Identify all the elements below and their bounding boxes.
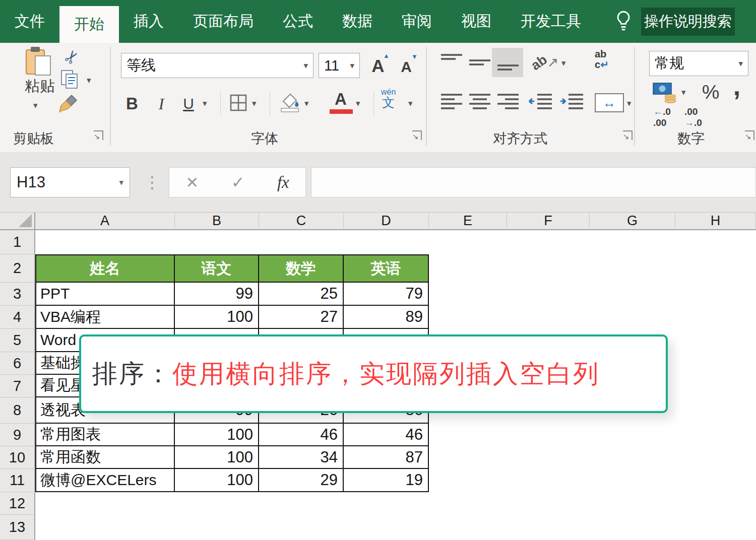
- middle-align-icon[interactable]: [468, 51, 492, 73]
- cell-H4[interactable]: [675, 306, 756, 329]
- cell-D11[interactable]: 19: [344, 469, 429, 492]
- cell-H10[interactable]: [675, 446, 756, 469]
- tab-formulas[interactable]: 公式: [268, 0, 328, 43]
- cell-G2[interactable]: [590, 254, 675, 283]
- wrap-text-button[interactable]: ab c↵: [595, 49, 609, 70]
- cell-F4[interactable]: [507, 306, 590, 329]
- tab-developer[interactable]: 开发工具: [506, 0, 596, 43]
- column-header-D[interactable]: D: [344, 213, 429, 230]
- accounting-dropdown-icon[interactable]: ▾: [681, 88, 686, 97]
- row-header-2[interactable]: 2: [0, 254, 35, 283]
- cell-G4[interactable]: [590, 306, 675, 329]
- tell-me-search-label[interactable]: 操作说明搜索: [641, 8, 735, 36]
- formula-input[interactable]: [311, 167, 756, 197]
- cell-E1[interactable]: [429, 230, 507, 254]
- column-header-E[interactable]: E: [429, 213, 507, 230]
- cell-A1[interactable]: [35, 230, 175, 254]
- column-header-A[interactable]: A: [35, 213, 175, 230]
- cell-C12[interactable]: [259, 492, 344, 515]
- cell-C9[interactable]: 46: [259, 424, 344, 446]
- tab-review[interactable]: 审阅: [387, 0, 447, 43]
- tab-insert[interactable]: 插入: [119, 0, 178, 43]
- cell-A10[interactable]: 常用函数: [35, 446, 175, 469]
- comma-style-button[interactable]: ,: [728, 75, 746, 97]
- alignment-dialog-launcher-icon[interactable]: ↘: [623, 130, 633, 140]
- font-color-dropdown-icon[interactable]: ▾: [356, 99, 360, 108]
- cell-B11[interactable]: 100: [175, 469, 259, 492]
- font-size-select[interactable]: 11 ▾: [319, 53, 360, 78]
- cell-F13[interactable]: [507, 515, 590, 540]
- decrease-indent-icon[interactable]: [527, 91, 553, 113]
- format-painter-icon[interactable]: [57, 93, 82, 115]
- cell-D4[interactable]: 89: [344, 306, 429, 329]
- cell-F11[interactable]: [507, 469, 590, 492]
- align-right-icon[interactable]: [496, 91, 520, 113]
- cell-B13[interactable]: [175, 515, 259, 540]
- fill-color-dropdown-icon[interactable]: ▾: [304, 99, 309, 108]
- cell-F3[interactable]: [507, 283, 590, 306]
- row-header-6[interactable]: 6: [0, 352, 35, 375]
- cell-H2[interactable]: [675, 254, 756, 283]
- cell-E3[interactable]: [429, 283, 507, 306]
- paste-icon[interactable]: [24, 46, 53, 76]
- tab-data[interactable]: 数据: [328, 0, 387, 43]
- cell-G1[interactable]: [590, 230, 675, 254]
- cell-H6[interactable]: [675, 352, 756, 375]
- font-size-dropdown-icon[interactable]: ▾: [350, 60, 354, 71]
- cell-H9[interactable]: [675, 424, 756, 446]
- cell-C10[interactable]: 34: [259, 446, 344, 469]
- row-header-3[interactable]: 3: [0, 283, 35, 306]
- font-family-dropdown-icon[interactable]: ▾: [303, 60, 308, 71]
- cell-H12[interactable]: [675, 492, 756, 515]
- merge-dropdown-icon[interactable]: ▾: [627, 99, 632, 108]
- merge-center-button[interactable]: ↔: [595, 93, 624, 112]
- row-header-9[interactable]: 9: [0, 424, 35, 446]
- enter-icon[interactable]: ✓: [231, 173, 245, 192]
- cell-H8[interactable]: [675, 397, 756, 424]
- number-format-dropdown-icon[interactable]: ▾: [738, 58, 743, 69]
- column-header-F[interactable]: F: [507, 213, 590, 230]
- cell-F2[interactable]: [507, 254, 590, 283]
- font-color-button[interactable]: A: [329, 89, 353, 109]
- number-dialog-launcher-icon[interactable]: ↘: [745, 130, 754, 140]
- insert-function-icon[interactable]: fx: [277, 173, 289, 192]
- cell-F12[interactable]: [507, 492, 590, 515]
- decrease-decimal-button[interactable]: .00 →.0: [684, 106, 702, 128]
- cell-B9[interactable]: 100: [175, 424, 259, 446]
- cell-E2[interactable]: [429, 254, 507, 283]
- column-header-H[interactable]: H: [675, 213, 756, 230]
- cell-H7[interactable]: [675, 375, 756, 397]
- column-header-B[interactable]: B: [175, 213, 259, 230]
- cell-D9[interactable]: 46: [344, 424, 429, 446]
- cell-E13[interactable]: [429, 515, 507, 540]
- underline-dropdown-icon[interactable]: ▾: [203, 99, 207, 108]
- row-header-5[interactable]: 5: [0, 329, 35, 352]
- cell-G9[interactable]: [590, 424, 675, 446]
- row-header-8[interactable]: 8: [0, 397, 35, 424]
- accounting-format-icon[interactable]: [652, 81, 678, 103]
- cell-H11[interactable]: [675, 469, 756, 492]
- cell-E12[interactable]: [429, 492, 507, 515]
- cell-C4[interactable]: 27: [259, 306, 344, 329]
- cell-E10[interactable]: [429, 446, 507, 469]
- cell-C1[interactable]: [259, 230, 344, 254]
- cell-H5[interactable]: [675, 329, 756, 352]
- cell-A11[interactable]: 微博@EXCELers: [35, 469, 175, 492]
- cell-D13[interactable]: [344, 515, 429, 540]
- cell-B2[interactable]: 语文: [175, 254, 259, 283]
- cut-icon[interactable]: ✂: [57, 42, 86, 72]
- cell-H1[interactable]: [675, 230, 756, 254]
- tab-view[interactable]: 视图: [447, 0, 506, 43]
- decrease-font-size-button[interactable]: A ▼: [396, 56, 416, 78]
- clipboard-dialog-launcher-icon[interactable]: ↘: [94, 130, 103, 140]
- cell-A13[interactable]: [35, 515, 175, 540]
- increase-font-size-button[interactable]: A ▲: [367, 54, 389, 78]
- cell-E11[interactable]: [429, 469, 507, 492]
- orientation-button[interactable]: ab ↗: [530, 50, 559, 75]
- tell-me-search[interactable]: 操作说明搜索: [613, 0, 735, 43]
- cell-E4[interactable]: [429, 306, 507, 329]
- font-dialog-launcher-icon[interactable]: ↘: [412, 130, 422, 140]
- cell-B4[interactable]: 100: [175, 306, 259, 329]
- cell-A4[interactable]: VBA编程: [35, 306, 175, 329]
- bottom-align-icon[interactable]: [496, 51, 520, 73]
